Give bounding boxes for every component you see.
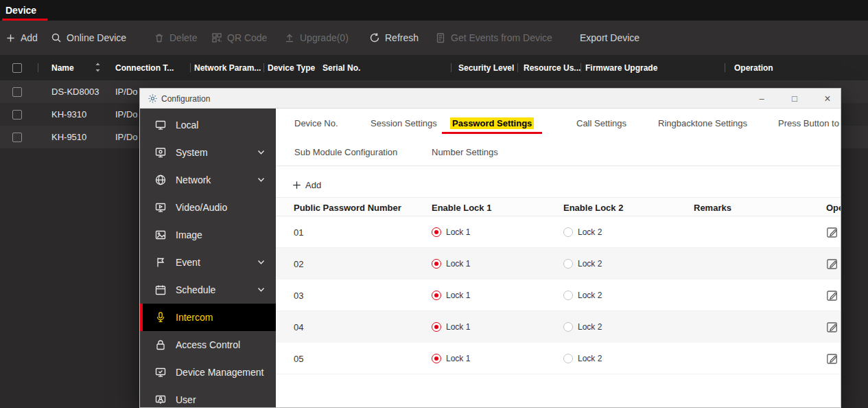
edit-row-button[interactable] (826, 226, 838, 238)
sidebar-item-video-audio[interactable]: Video/Audio (140, 194, 276, 221)
select-all-checkbox[interactable] (12, 63, 22, 73)
get-events-button[interactable]: Get Events from Device (435, 21, 552, 55)
edit-pencil-icon (826, 321, 838, 333)
monitor-icon (154, 119, 167, 131)
upgrade-button[interactable]: Upgrade(0) (284, 21, 349, 55)
column-header-resource[interactable]: Resource Us... (524, 55, 580, 80)
tab-number-settings[interactable]: Number Settings (430, 147, 500, 157)
column-header-name[interactable]: Name (51, 55, 74, 80)
sidebar-item-schedule[interactable]: Schedule (140, 276, 276, 304)
lock1-radio-group[interactable]: Lock 1 (432, 343, 470, 374)
edit-row-button[interactable] (826, 289, 838, 302)
lock1-label: Lock 1 (446, 291, 470, 300)
row-checkbox[interactable] (12, 110, 22, 120)
password-number-cell: 03 (294, 280, 303, 311)
trash-icon (154, 32, 165, 43)
tab-password-settings[interactable]: Password Settings (450, 118, 534, 128)
device-toolbar: Add Online Device Delete QR Code Upgrade… (0, 21, 868, 55)
delete-label: Delete (169, 32, 197, 43)
password-table-header: Public Password Number Enable Lock 1 Ena… (276, 197, 841, 216)
plus-icon (292, 181, 301, 190)
delete-button[interactable]: Delete (154, 21, 197, 55)
lock1-radio-group[interactable]: Lock 1 (432, 280, 470, 311)
sidebar-item-device-management[interactable]: Device Management (140, 359, 276, 386)
lock2-radio[interactable] (563, 322, 573, 332)
sidebar-item-label: Event (176, 257, 200, 268)
lock2-radio[interactable] (563, 227, 573, 237)
password-row: 05 Lock 1 Lock 2 (276, 343, 841, 374)
lock2-radio[interactable] (563, 354, 573, 363)
add-password-button[interactable]: Add (292, 177, 321, 192)
column-header-network[interactable]: Network Param... (194, 55, 261, 80)
tab-label: Ringbacktone Settings (656, 117, 749, 129)
chevron-down-icon (257, 260, 265, 265)
lock1-radio[interactable] (432, 227, 441, 237)
column-header-label: Security Level (458, 63, 514, 73)
lock1-radio[interactable] (432, 259, 441, 269)
refresh-button[interactable]: Refresh (369, 21, 419, 55)
sidebar-item-local[interactable]: Local (140, 111, 276, 139)
tab-session-settings[interactable]: Session Settings (368, 118, 439, 128)
lock2-radio-group[interactable]: Lock 2 (563, 216, 602, 248)
tab-press-button-to-call[interactable]: Press Button to Call (776, 118, 841, 128)
add-device-button[interactable]: Add (5, 21, 38, 55)
lock1-radio[interactable] (432, 291, 441, 300)
lock1-radio[interactable] (432, 322, 441, 332)
qr-code-label: QR Code (227, 32, 267, 43)
password-row: 04 Lock 1 Lock 2 (276, 311, 841, 343)
column-header-firmware[interactable]: Firmware Upgrade (585, 55, 657, 80)
app-window: Device Add Online Device Delete QR Code … (0, 0, 868, 408)
lock2-radio-group[interactable]: Lock 2 (563, 311, 602, 343)
column-header-serial[interactable]: Serial No. (322, 55, 360, 80)
sidebar-item-user[interactable]: User (140, 386, 276, 407)
row-checkbox[interactable] (12, 87, 22, 97)
lock1-radio[interactable] (432, 354, 441, 363)
sidebar-item-access-control[interactable]: Access Control (140, 331, 276, 359)
export-device-button[interactable]: Export Device (580, 21, 640, 55)
tab-call-settings[interactable]: Call Settings (574, 118, 629, 128)
sidebar-item-intercom[interactable]: Intercom (140, 304, 276, 331)
sidebar-item-event[interactable]: Event (140, 249, 276, 276)
tab-sub-module-configuration[interactable]: Sub Module Configuration (292, 147, 399, 157)
lock2-radio-group[interactable]: Lock 2 (563, 280, 602, 311)
online-device-button[interactable]: Online Device (51, 21, 126, 55)
sidebar-item-system[interactable]: System (140, 139, 276, 166)
lock2-radio-group[interactable]: Lock 2 (563, 248, 602, 280)
dialog-main-panel: Device No. Session Settings Password Set… (276, 109, 841, 407)
edit-row-button[interactable] (826, 352, 838, 365)
dialog-titlebar[interactable]: Configuration – □ × (140, 89, 841, 109)
lock1-radio-group[interactable]: Lock 1 (432, 248, 470, 280)
column-header-operation[interactable]: Operation (734, 55, 773, 80)
tab-device-no[interactable]: Device No. (292, 118, 340, 128)
password-number-cell: 02 (294, 248, 303, 280)
lock1-radio-group[interactable]: Lock 1 (432, 216, 470, 248)
edit-row-button[interactable] (826, 258, 838, 270)
add-password-label: Add (305, 180, 321, 190)
row-checkbox[interactable] (12, 133, 22, 142)
edit-row-button[interactable] (826, 321, 838, 333)
tab-ringbacktone-settings[interactable]: Ringbacktone Settings (656, 118, 749, 128)
qr-code-button[interactable]: QR Code (211, 21, 267, 55)
column-header-connection[interactable]: Connection T... (115, 55, 174, 80)
column-header-security[interactable]: Security Level (458, 55, 514, 80)
sidebar-item-label: Intercom (176, 312, 213, 323)
sidebar-item-label: Schedule (176, 284, 215, 295)
minimize-button[interactable]: – (750, 89, 773, 109)
lock1-radio-group[interactable]: Lock 1 (432, 311, 470, 343)
tab-label: Number Settings (430, 146, 500, 158)
tab-device[interactable]: Device (5, 0, 36, 21)
upgrade-label: Upgrade(0) (300, 32, 349, 43)
refresh-icon (369, 32, 380, 43)
close-button[interactable]: × (816, 89, 839, 109)
lock2-radio-group[interactable]: Lock 2 (563, 343, 602, 374)
sidebar-item-network[interactable]: Network (140, 166, 276, 194)
lock2-radio[interactable] (563, 259, 573, 269)
name-sort-control[interactable] (95, 62, 101, 73)
maximize-button[interactable]: □ (783, 89, 806, 109)
sidebar-item-image[interactable]: Image (140, 221, 276, 249)
lock2-label: Lock 2 (578, 227, 602, 237)
column-header-device-type[interactable]: Device Type (268, 55, 315, 80)
device-connection-cell: IP/Do (115, 126, 138, 148)
lock2-radio[interactable] (563, 291, 573, 300)
password-number-cell: 04 (294, 311, 303, 343)
